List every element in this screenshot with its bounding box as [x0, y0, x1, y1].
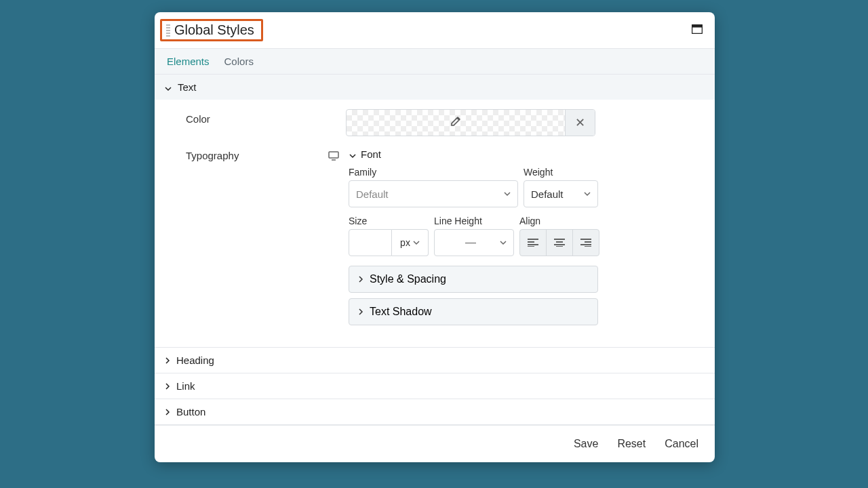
align-label: Align — [519, 216, 599, 226]
tab-bar: Elements Colors — [155, 49, 715, 75]
section-link-label: Link — [176, 380, 195, 392]
clear-color-button[interactable]: ✕ — [565, 110, 595, 136]
chevron-right-icon — [164, 380, 171, 392]
dialog-title: Global Styles — [174, 22, 254, 38]
family-label: Family — [349, 167, 518, 178]
lineheight-label: Line Height — [434, 216, 514, 226]
chevron-right-icon — [164, 406, 171, 418]
chevron-down-icon — [584, 188, 591, 200]
section-heading: Heading — [155, 348, 715, 373]
section-text-label: Text — [178, 81, 197, 93]
size-input[interactable] — [349, 229, 392, 256]
font-header-label: Font — [361, 148, 381, 160]
svg-rect-2 — [329, 152, 338, 158]
chevron-down-icon — [164, 83, 172, 92]
align-right-button[interactable] — [573, 230, 599, 256]
section-button-header[interactable]: Button — [155, 399, 715, 424]
chevron-right-icon — [164, 354, 171, 366]
section-heading-header[interactable]: Heading — [155, 348, 715, 373]
tab-elements[interactable]: Elements — [167, 56, 210, 67]
weight-value: Default — [531, 188, 564, 200]
align-group — [519, 229, 599, 256]
font-accordion-header[interactable]: Font — [349, 148, 715, 160]
chevron-down-icon — [500, 239, 507, 246]
section-text: Text Color ✕ Typography — [155, 75, 715, 348]
family-select[interactable]: Default — [349, 180, 518, 207]
color-label: Color — [186, 109, 328, 125]
align-center-button[interactable] — [547, 230, 573, 256]
chevron-right-icon — [357, 273, 364, 285]
eyedropper-icon — [450, 115, 462, 130]
color-picker-button[interactable] — [347, 110, 565, 136]
size-unit-select[interactable]: px — [392, 229, 429, 256]
row-typography: Typography Font Family — [155, 146, 715, 347]
text-shadow-label: Text Shadow — [370, 306, 432, 318]
chevron-down-icon — [504, 188, 511, 200]
size-unit-value: px — [400, 237, 410, 248]
drag-handle-icon[interactable] — [166, 24, 170, 37]
tab-colors[interactable]: Colors — [224, 56, 254, 67]
close-icon: ✕ — [575, 115, 585, 130]
section-text-header[interactable]: Text — [155, 75, 715, 100]
align-left-button[interactable] — [520, 230, 547, 256]
typography-label: Typography — [186, 148, 328, 161]
device-desktop-icon[interactable] — [328, 151, 339, 338]
section-link: Link — [155, 373, 715, 399]
save-button[interactable]: Save — [574, 438, 598, 450]
align-center-icon — [554, 239, 565, 247]
section-heading-label: Heading — [176, 354, 214, 366]
chevron-down-icon — [349, 150, 357, 159]
weight-select[interactable]: Default — [524, 180, 598, 207]
dialog-footer: Save Reset Cancel — [155, 425, 715, 462]
size-label: Size — [349, 216, 429, 226]
family-value: Default — [356, 188, 389, 200]
align-left-icon — [528, 239, 538, 247]
section-button: Button — [155, 399, 715, 425]
dialog-title-highlight: Global Styles — [160, 19, 263, 41]
lineheight-select[interactable]: — — [434, 229, 514, 256]
row-color: Color ✕ — [155, 100, 715, 146]
chevron-down-icon — [413, 239, 420, 246]
dock-window-icon[interactable] — [692, 24, 703, 37]
color-swatch: ✕ — [346, 109, 595, 136]
section-button-label: Button — [176, 406, 205, 418]
global-styles-dialog: Global Styles Elements Colors Text Color — [155, 12, 715, 462]
section-link-header[interactable]: Link — [155, 373, 715, 399]
text-shadow-accordion[interactable]: Text Shadow — [349, 298, 598, 325]
lineheight-value: — — [441, 237, 500, 249]
dialog-header: Global Styles — [155, 12, 715, 49]
weight-label: Weight — [524, 167, 598, 178]
align-right-icon — [580, 239, 591, 247]
svg-rect-1 — [692, 24, 703, 27]
style-spacing-label: Style & Spacing — [370, 273, 446, 285]
reset-button[interactable]: Reset — [617, 438, 646, 450]
cancel-button[interactable]: Cancel — [665, 438, 698, 450]
style-spacing-accordion[interactable]: Style & Spacing — [349, 266, 598, 293]
chevron-right-icon — [357, 306, 364, 318]
